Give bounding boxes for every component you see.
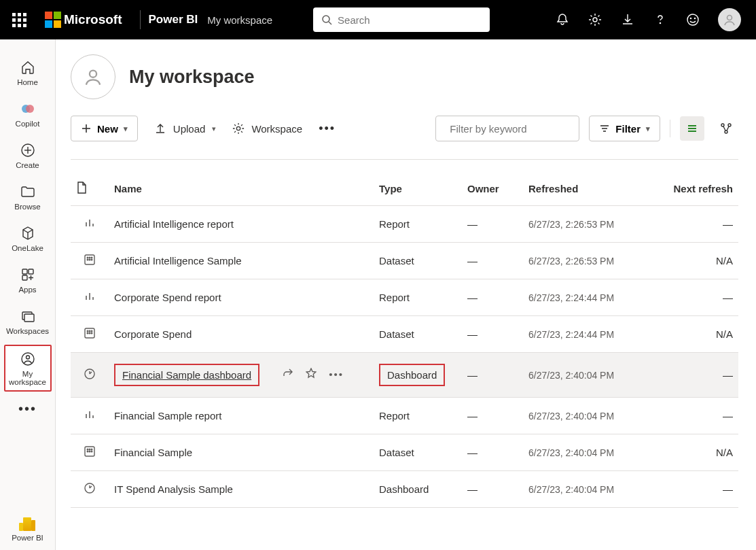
item-owner: —	[462, 243, 523, 279]
item-refreshed: 6/27/23, 2:26:53 PM	[523, 206, 645, 243]
lineage-view-button[interactable]	[714, 116, 738, 141]
table-row[interactable]: Financial SampleDataset—6/27/23, 2:40:04…	[71, 434, 738, 471]
item-icon-cell	[71, 279, 109, 316]
gear-icon	[588, 13, 602, 27]
item-owner: —	[462, 316, 523, 353]
nav-label: Copilot	[4, 120, 52, 128]
table-row[interactable]: IT Spend Analysis SampleDashboard—6/27/2…	[71, 471, 738, 508]
search-input[interactable]	[338, 14, 482, 26]
svg-point-40	[89, 257, 90, 258]
favorite-button[interactable]	[306, 368, 317, 381]
nav-browse[interactable]: Browse	[4, 179, 52, 215]
star-icon	[306, 368, 317, 379]
table-row[interactable]: Financial Sample reportReport—6/27/23, 2…	[71, 398, 738, 434]
item-next: N/A	[645, 243, 738, 279]
col-owner[interactable]: Owner	[462, 172, 523, 206]
table-row[interactable]: Financial Sample dashboard•••Dashboard—6…	[71, 353, 738, 398]
nav-label: Workspaces	[4, 327, 52, 335]
table-row[interactable]: Artificial Intelligence reportReport—6/2…	[71, 206, 738, 243]
col-refreshed[interactable]: Refreshed	[523, 172, 645, 206]
upload-button[interactable]: Upload ▾	[154, 122, 217, 135]
app-launcher-button[interactable]	[7, 7, 31, 32]
svg-point-64	[89, 451, 90, 452]
table-row[interactable]: Artificial Intelligence SampleDataset—6/…	[71, 243, 738, 279]
chevron-down-icon: ▾	[124, 124, 128, 133]
help-button[interactable]	[653, 12, 668, 27]
svg-point-43	[89, 259, 90, 260]
page-title: My workspace	[129, 67, 255, 88]
nav-powerbi[interactable]: Power BI	[12, 517, 43, 542]
col-next[interactable]: Next refresh	[645, 172, 738, 206]
smiley-icon	[686, 13, 700, 27]
item-name[interactable]: Financial Sample	[114, 447, 192, 458]
person-icon	[82, 66, 104, 88]
breadcrumb[interactable]: My workspace	[207, 14, 272, 26]
nav-label: Power BI	[12, 534, 43, 542]
upload-label: Upload	[173, 123, 206, 135]
account-button[interactable]	[718, 8, 741, 31]
help-icon	[653, 13, 667, 27]
nav-more[interactable]: •••	[18, 401, 37, 417]
download-button[interactable]	[620, 12, 635, 27]
left-nav: Home Copilot Create Browse OneLake Apps …	[0, 39, 56, 550]
col-name[interactable]: Name	[109, 172, 374, 206]
nav-home[interactable]: Home	[4, 54, 52, 90]
item-name[interactable]: Artificial Intelligence Sample	[114, 255, 242, 267]
item-owner: —	[462, 398, 523, 434]
nav-onelake[interactable]: OneLake	[4, 220, 52, 256]
item-icon-cell	[71, 353, 109, 398]
nav-label: OneLake	[4, 244, 52, 252]
gear-icon	[232, 122, 245, 135]
col-type[interactable]: Type	[374, 172, 462, 206]
item-type: Dataset	[379, 447, 414, 458]
svg-line-1	[329, 22, 331, 24]
item-name[interactable]: IT Spend Analysis Sample	[114, 483, 233, 495]
filter-button[interactable]: Filter ▾	[589, 116, 660, 141]
svg-point-3	[660, 22, 660, 23]
filter-input[interactable]	[450, 123, 579, 135]
svg-rect-15	[22, 275, 27, 280]
item-owner: —	[462, 434, 523, 471]
nav-my-workspace[interactable]: My workspace	[4, 345, 52, 392]
svg-point-41	[91, 257, 92, 258]
chevron-down-icon: ▾	[646, 124, 650, 133]
item-name[interactable]: Corporate Spend	[114, 328, 192, 340]
dashboard-icon	[84, 485, 96, 496]
table-row[interactable]: Corporate Spend reportReport—6/27/23, 2:…	[71, 279, 738, 316]
nav-workspaces[interactable]: Workspaces	[4, 303, 52, 339]
item-owner: —	[462, 206, 523, 243]
table-row[interactable]: Corporate SpendDataset—6/27/23, 2:24:44 …	[71, 316, 738, 353]
item-owner: —	[462, 471, 523, 508]
nav-label: Browse	[4, 203, 52, 211]
item-next: —	[645, 279, 738, 316]
divider	[670, 120, 670, 137]
item-name[interactable]: Corporate Spend report	[114, 292, 221, 303]
share-button[interactable]	[283, 368, 293, 381]
onelake-icon	[20, 226, 35, 241]
report-icon	[84, 293, 96, 305]
nav-copilot[interactable]: Copilot	[4, 96, 52, 132]
new-button[interactable]: New ▾	[71, 116, 138, 141]
item-refreshed: 6/27/23, 2:40:04 PM	[523, 398, 645, 434]
toolbar-more-button[interactable]: •••	[319, 122, 336, 136]
item-refreshed: 6/27/23, 2:26:53 PM	[523, 243, 645, 279]
filter-keyword[interactable]	[435, 116, 579, 141]
top-bar: Microsoft Power BI My workspace	[0, 0, 756, 39]
svg-point-4	[687, 14, 698, 25]
list-view-button[interactable]	[680, 116, 704, 141]
more-button[interactable]: •••	[329, 368, 344, 380]
settings-button[interactable]	[588, 12, 602, 27]
person-icon	[723, 13, 736, 27]
powerbi-icon	[23, 517, 31, 531]
notifications-button[interactable]	[555, 12, 570, 27]
feedback-button[interactable]	[685, 12, 700, 27]
workspace-settings-button[interactable]: Workspace	[232, 122, 302, 135]
nav-apps[interactable]: Apps	[4, 262, 52, 298]
lineage-icon	[719, 122, 733, 135]
item-name[interactable]: Financial Sample report	[114, 410, 221, 422]
plus-icon	[81, 123, 92, 134]
item-name[interactable]: Financial Sample dashboard	[122, 369, 251, 381]
global-search[interactable]	[313, 7, 490, 32]
nav-create[interactable]: Create	[4, 137, 52, 173]
item-name[interactable]: Artificial Intelligence report	[114, 218, 234, 230]
